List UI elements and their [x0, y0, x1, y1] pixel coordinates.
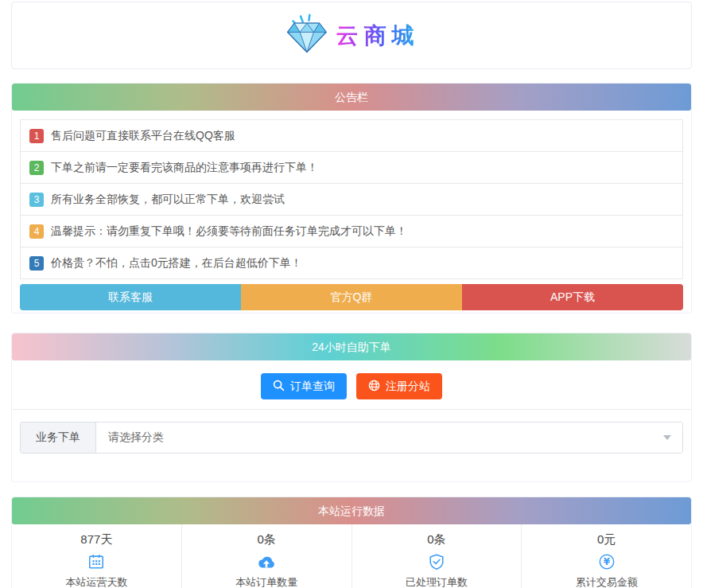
announcement-header: 公告栏 [12, 84, 691, 111]
notice-text-4: 温馨提示：请勿重复下单哦！必须要等待前面任务订单完成才可以下单！ [51, 224, 407, 239]
stats-section: 本站运行数据 877天 本站运营天数 0条 [11, 496, 692, 588]
business-order-row: 业务下单 请选择分类 [20, 422, 683, 454]
stat-label: 累计交易金额 [522, 575, 691, 588]
notice-text-3: 所有业务全部恢复，都可以正常下单，欢迎尝试 [51, 193, 285, 207]
app-download-button[interactable]: APP下载 [462, 284, 683, 310]
search-icon [273, 380, 285, 394]
register-substation-label: 注册分站 [386, 380, 430, 394]
announcement-section: 公告栏 1 售后问题可直接联系平台在线QQ客服 2 下单之前请一定要看完该商品的… [11, 83, 692, 313]
order-query-button[interactable]: 订单查询 [261, 373, 347, 399]
shield-check-icon [352, 551, 522, 572]
diamond-icon [284, 14, 328, 58]
register-substation-button[interactable]: 注册分站 [356, 373, 442, 399]
notice-text-1: 售后问题可直接联系平台在线QQ客服 [51, 129, 235, 143]
notice-badge-5: 5 [29, 256, 44, 271]
stat-value: 877天 [12, 532, 181, 547]
order-header: 24小时自助下单 [12, 333, 691, 360]
stat-label: 本站订单数量 [182, 575, 352, 588]
globe-icon [368, 380, 380, 394]
notice-text-5: 价格贵？不怕，点击0元搭建，在后台超低价下单！ [51, 256, 302, 271]
notice-badge-4: 4 [29, 224, 44, 239]
stat-label: 已处理订单数 [352, 575, 522, 588]
site-header: 云商城 [11, 2, 692, 69]
stat-total-amount: 0元 ¥ 累计交易金额 [521, 524, 691, 588]
notice-item-4: 4 温馨提示：请勿重复下单哦！必须要等待前面任务订单完成才可以下单！ [20, 215, 683, 247]
stat-value: 0元 [522, 532, 691, 547]
site-logo[interactable]: 云商城 [284, 14, 420, 58]
chevron-down-icon [663, 435, 671, 440]
notice-item-3: 3 所有业务全部恢复，都可以正常下单，欢迎尝试 [20, 183, 683, 216]
yen-circle-icon: ¥ [522, 551, 691, 572]
business-order-label: 业务下单 [21, 423, 96, 453]
stats-header: 本站运行数据 [12, 497, 691, 524]
stat-value: 0条 [182, 532, 352, 547]
notice-item-1: 1 售后问题可直接联系平台在线QQ客服 [20, 119, 683, 152]
stat-value: 0条 [352, 532, 522, 547]
order-query-label: 订单查询 [290, 380, 335, 394]
notice-item-5: 5 价格贵？不怕，点击0元搭建，在后台超低价下单！ [20, 247, 683, 279]
notice-badge-2: 2 [29, 161, 44, 175]
contact-service-button[interactable]: 联系客服 [20, 284, 241, 310]
notice-badge-1: 1 [29, 129, 44, 143]
order-section: 24小时自助下单 订单查询 注册分站 [11, 333, 692, 482]
notice-badge-3: 3 [29, 193, 44, 207]
stat-order-count: 0条 本站订单数量 [181, 524, 352, 588]
calendar-icon [12, 551, 181, 572]
category-select[interactable]: 请选择分类 [96, 423, 682, 453]
site-title: 云商城 [336, 21, 420, 51]
official-qq-group-button[interactable]: 官方Q群 [241, 284, 462, 310]
svg-text:¥: ¥ [603, 556, 610, 567]
cloud-upload-icon [182, 551, 352, 572]
notice-item-2: 2 下单之前请一定要看完该商品的注意事项再进行下单！ [20, 151, 683, 184]
announcement-button-group: 联系客服 官方Q群 APP下载 [20, 284, 683, 310]
stat-processed-orders: 0条 已处理订单数 [352, 524, 522, 588]
stat-running-days: 877天 本站运营天数 [12, 524, 181, 588]
category-select-placeholder: 请选择分类 [108, 430, 164, 445]
stat-label: 本站运营天数 [12, 575, 181, 588]
notice-text-2: 下单之前请一定要看完该商品的注意事项再进行下单！ [51, 161, 318, 175]
